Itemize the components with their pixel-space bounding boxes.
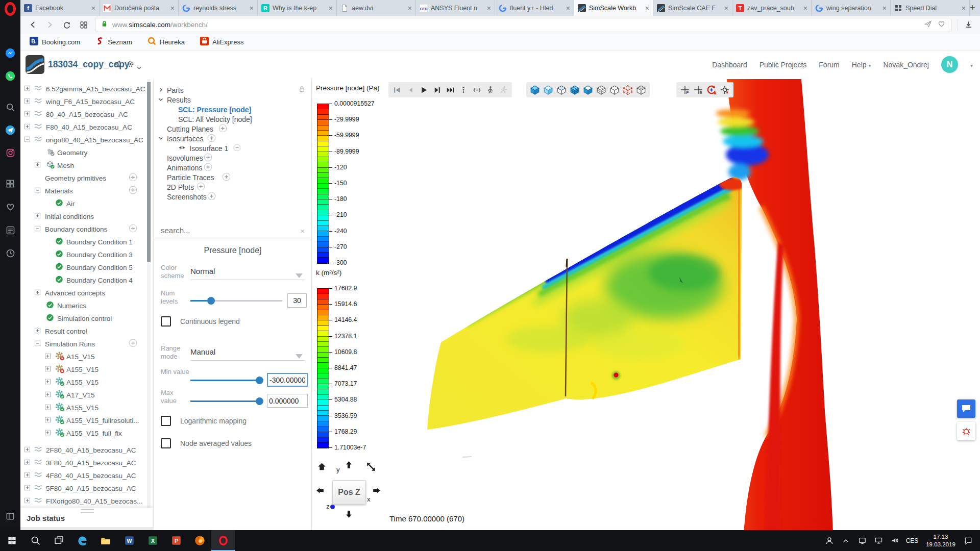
browser-tab-3[interactable]: reynolds stress× — [179, 0, 258, 16]
post-item-scl-all-velocity-node-[interactable]: SCL: All Velocity [node] — [154, 114, 312, 124]
tab-close-icon[interactable]: × — [326, 4, 333, 12]
post-item-2d-plots[interactable]: 2D Plots — [154, 182, 312, 192]
tree-item-a17-v15[interactable]: A17_V15 — [20, 388, 153, 401]
expander-plus-icon[interactable] — [45, 429, 51, 437]
bookmark-heureka[interactable]: Heureka — [148, 37, 185, 47]
tab-menu-button[interactable] — [975, 0, 980, 16]
search-box[interactable]: × — [154, 223, 312, 239]
skip-end-icon[interactable] — [444, 84, 456, 96]
taskbar-edge-icon[interactable] — [70, 530, 94, 551]
expander-icon[interactable] — [158, 86, 164, 94]
opera-logo-icon[interactable] — [4, 2, 17, 15]
tree-item-origo80-40-a15-bezocasu-ac[interactable]: origo80_40_A15_bezocasu_AC — [20, 133, 153, 146]
sidebar-instagram-icon[interactable] — [4, 146, 16, 159]
avatar[interactable]: N — [941, 56, 958, 73]
expander-plus-icon[interactable] — [35, 327, 40, 335]
step-forward-icon[interactable] — [431, 84, 443, 96]
taskbar-search-icon[interactable] — [23, 530, 47, 551]
visibility-eye-icon[interactable] — [178, 144, 186, 153]
expander-plus-icon[interactable] — [24, 497, 30, 505]
expander-plus-icon[interactable] — [24, 484, 30, 492]
tab-close-icon[interactable]: × — [722, 4, 728, 12]
browser-tab-10[interactable]: Tzav_prace_soub× — [732, 0, 812, 16]
tray-volume-icon[interactable] — [887, 530, 902, 551]
browser-tab-6[interactable]: CFDANSYS Fluent n× — [416, 0, 495, 16]
share-icon[interactable] — [113, 60, 121, 70]
gear-icon[interactable] — [127, 60, 134, 70]
clear-search-icon[interactable]: × — [300, 227, 305, 235]
tray-tablet-icon[interactable] — [854, 530, 870, 551]
tree-scrollbar[interactable] — [147, 79, 151, 508]
browser-tab-9[interactable]: SimScale CAE F× — [653, 0, 732, 16]
browser-tab-12[interactable]: Speed Dial× — [891, 0, 970, 16]
post-item-results[interactable]: Results — [154, 95, 312, 105]
rotate-up-icon[interactable] — [345, 461, 353, 471]
expander-plus-icon[interactable] — [45, 365, 51, 373]
nav-link-dashboard[interactable]: Dashboard — [712, 61, 747, 69]
loop-icon[interactable] — [471, 84, 483, 96]
cube-wire-icon[interactable] — [608, 84, 621, 96]
logarithmic-mapping-checkbox[interactable] — [161, 416, 171, 426]
bookmark-aliexpress[interactable]: AliExpress — [200, 37, 243, 47]
post-item-screenshots[interactable]: Screenshots — [154, 192, 312, 202]
tree-item-boundary-condition-5[interactable]: Boundary Condition 5 — [20, 261, 153, 273]
tree-item-fixorigo80-40-a15-bezocas-[interactable]: FIXorigo80_40_A15_bezocas... — [20, 494, 153, 507]
tree-item-boundary-condition-1[interactable]: Boundary Condition 1 — [20, 235, 153, 248]
cube-wire-mesh-icon[interactable] — [595, 84, 607, 96]
tree-item-3f80-40-a15-bezocasu-ac[interactable]: 3F80_40_A15_bezocasu_AC — [20, 456, 153, 469]
tree-item-initial-conditions[interactable]: Initial conditions — [20, 210, 153, 222]
tree-item-a155-v15[interactable]: A155_V15 — [20, 401, 153, 414]
add-button[interactable] — [197, 182, 205, 192]
language-indicator[interactable]: CES — [903, 537, 921, 544]
search-input[interactable] — [154, 223, 293, 238]
add-item-button[interactable] — [129, 224, 137, 234]
step-back-icon[interactable] — [404, 84, 416, 96]
run-icon[interactable] — [497, 84, 509, 96]
tree-item-numerics[interactable]: Numerics — [20, 299, 153, 312]
continuous-legend-checkbox[interactable] — [161, 316, 171, 327]
expander-minus-icon[interactable] — [35, 187, 40, 194]
expander-plus-icon[interactable] — [24, 123, 30, 131]
tree-item-a155-v15-fullresoluti-[interactable]: A155_V15_fullresoluti... — [20, 414, 153, 427]
address-bar[interactable]: www.simscale.com/workbench/ — [95, 18, 951, 32]
send-to-device-icon[interactable] — [924, 20, 932, 30]
tree-item-boundary-condition-3[interactable]: Boundary Condition 3 — [20, 248, 153, 261]
nav-link-help[interactable]: Help ▾ — [852, 61, 871, 69]
tree-item-simulation-control[interactable]: Simulation control — [20, 312, 153, 324]
tab-close-icon[interactable]: × — [168, 4, 175, 12]
post-item-isosurfaces[interactable]: Isosurfaces — [154, 134, 312, 143]
tree-item-a155-v15[interactable]: A155_V15 — [20, 363, 153, 375]
taskbar-start-icon[interactable] — [0, 530, 23, 551]
expander-plus-icon[interactable] — [45, 404, 51, 411]
browser-tab-2[interactable]: Doručená pošta× — [100, 0, 179, 16]
expander-plus-icon[interactable] — [45, 378, 51, 386]
reset-rotation-icon[interactable] — [705, 84, 718, 96]
tray-network-icon[interactable] — [871, 530, 886, 551]
speed-dial-grid-button[interactable] — [75, 18, 92, 32]
tree-item-a155-v15-full-fix[interactable]: A155_V15_full_fix — [20, 427, 153, 439]
new-tab-button[interactable]: + — [970, 0, 975, 16]
browser-tab-1[interactable]: fFacebook× — [20, 0, 100, 16]
browser-tab-8[interactable]: SimScale Workb× — [574, 0, 653, 16]
tree-item-wing-f6-a15-bezocasu-ac[interactable]: wing_F6_A15_bezocasu_AC — [20, 95, 153, 108]
free-rotate-icon[interactable] — [366, 462, 376, 474]
back-button[interactable] — [24, 18, 41, 32]
sidebar-news-list-icon[interactable] — [4, 224, 16, 236]
post-item-parts[interactable]: Parts — [154, 85, 312, 95]
viewport-3d[interactable]: PE Pressure [node] (Pa)0.0000915527-29.9… — [311, 79, 980, 530]
tree-item-80-40-a15-bezocasu-ac[interactable]: 80_40_A15_bezocasu_AC — [20, 108, 153, 120]
taskbar-firefox-icon[interactable] — [188, 530, 211, 551]
downloads-button[interactable] — [960, 18, 977, 32]
chevron-down-icon[interactable] — [137, 62, 141, 71]
expander-plus-icon[interactable] — [35, 289, 40, 296]
sidebar-history-clock-icon[interactable] — [4, 247, 16, 259]
num-levels-input[interactable] — [287, 293, 307, 308]
rotate-right-icon[interactable] — [372, 486, 381, 497]
expander-minus-icon[interactable] — [35, 340, 40, 347]
bookmark-booking-com[interactable]: B.Booking.com — [30, 37, 80, 47]
dropdown-arrow-icon[interactable] — [296, 273, 303, 278]
sidebar-telegram-icon[interactable] — [4, 124, 16, 136]
cube-shaded-icon[interactable] — [542, 84, 554, 96]
tree-scrollbar-thumb[interactable] — [147, 82, 151, 262]
walk-icon[interactable] — [484, 84, 496, 96]
